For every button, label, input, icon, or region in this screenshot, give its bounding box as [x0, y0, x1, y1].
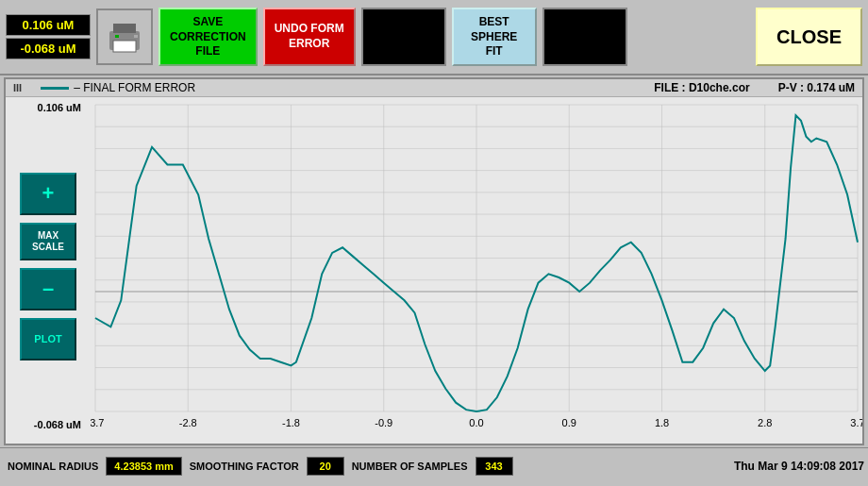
nominal-radius-label: NOMINAL RADIUS: [4, 459, 102, 474]
svg-text:1.8: 1.8: [655, 417, 669, 428]
chart-container: III – FINAL FORM ERROR FILE : D10che.cor…: [4, 77, 864, 445]
number-of-samples-value: 343: [476, 457, 513, 476]
svg-rect-4: [134, 35, 138, 38]
status-bar: NOMINAL RADIUS 4.23853 mm SMOOTHING FACT…: [0, 447, 868, 483]
svg-text:0.0: 0.0: [469, 417, 483, 428]
file-label: FILE : D10che.cor: [654, 81, 749, 94]
svg-text:2.8: 2.8: [758, 417, 772, 428]
pv-label: P-V : 0.174 uM: [778, 81, 855, 94]
zoom-in-button[interactable]: +: [20, 173, 76, 215]
bottom-value-display: -0.068 uM: [6, 38, 91, 59]
svg-rect-3: [115, 35, 119, 38]
svg-text:0.9: 0.9: [562, 417, 576, 428]
chart-header: III – FINAL FORM ERROR FILE : D10che.cor…: [6, 79, 862, 97]
datetime-display: Thu Mar 9 14:09:08 2017: [734, 460, 864, 473]
black-display-1: [361, 8, 446, 66]
iii-label: III: [13, 82, 22, 93]
value-display-box: 0.106 uM -0.068 uM: [6, 14, 91, 59]
undo-form-error-button[interactable]: UNDO FORM ERROR: [263, 8, 356, 66]
legend-color-swatch: [41, 87, 69, 90]
svg-text:-3.7: -3.7: [91, 417, 104, 428]
nominal-radius-value: 4.23853 mm: [106, 457, 181, 476]
legend-label: – FINAL FORM ERROR: [74, 81, 195, 94]
legend: – FINAL FORM ERROR: [41, 81, 195, 94]
svg-rect-2: [113, 41, 136, 52]
printer-icon: [102, 14, 147, 59]
svg-text:-1.8: -1.8: [282, 417, 300, 428]
zoom-out-button[interactable]: –: [20, 268, 76, 310]
black-display-2: [542, 8, 627, 66]
chart-body: 0.106 uM + MAX SCALE – PLOT -0.068 uM //…: [6, 97, 862, 435]
svg-text:-0.9: -0.9: [375, 417, 392, 428]
smoothing-factor-value: 20: [307, 457, 344, 476]
max-scale-button[interactable]: MAX SCALE: [20, 223, 76, 260]
y-min-label: -0.068 uM: [10, 419, 86, 430]
top-value-display: 0.106 uM: [6, 14, 91, 36]
form-error-chart: // will draw via JS below -3.7-2.8-1.8-0…: [91, 97, 862, 435]
svg-text:3.7: 3.7: [850, 417, 862, 428]
printer-icon-box[interactable]: [96, 8, 153, 65]
svg-text:-2.8: -2.8: [179, 417, 197, 428]
toolbar: 0.106 uM -0.068 uM SAVE CORRECTION FILE …: [0, 0, 868, 75]
best-sphere-fit-button[interactable]: BEST SPHERE FIT: [452, 8, 537, 66]
save-correction-button[interactable]: SAVE CORRECTION FILE: [159, 8, 258, 66]
smoothing-factor-label: SMOOTHING FACTOR: [186, 459, 303, 474]
number-of-samples-label: NUMBER OF SAMPLES: [348, 459, 472, 474]
close-button[interactable]: CLOSE: [756, 8, 862, 66]
chart-info: FILE : D10che.cor P-V : 0.174 uM: [654, 81, 855, 94]
y-max-label: 0.106 uM: [10, 102, 86, 113]
plot-button[interactable]: PLOT: [20, 318, 76, 360]
svg-rect-1: [113, 24, 136, 33]
